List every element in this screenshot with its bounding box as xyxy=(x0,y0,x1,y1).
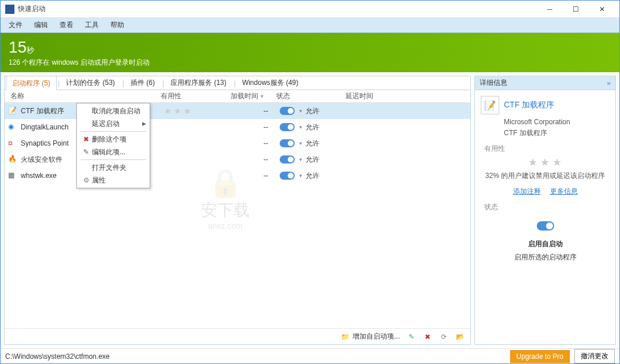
delete-icon: ✖ xyxy=(80,135,92,143)
refresh-icon[interactable]: ⟳ xyxy=(439,332,448,341)
header-name[interactable]: 名称 xyxy=(5,91,161,101)
add-startup-button[interactable]: 📁 增加自启动项... xyxy=(341,332,400,341)
list-header: 名称 有用性 加载时间▼ 状态 延迟时间 xyxy=(5,90,470,103)
expand-icon[interactable]: » xyxy=(607,79,611,87)
row-loadtime: -- xyxy=(222,172,280,180)
row-loadtime: -- xyxy=(222,107,280,115)
cm-edit[interactable]: ✎编辑此项... xyxy=(78,146,148,158)
link-more-info[interactable]: 更多信息 xyxy=(550,187,578,196)
tab-win-services[interactable]: Windows服务 (49) xyxy=(236,75,305,90)
undo-button[interactable]: 撤消更改 xyxy=(574,349,615,363)
dropdown-icon[interactable]: ▾ xyxy=(299,173,302,179)
banner-subtitle: 126 个程序在 windows 启动或用户登录时启动 xyxy=(9,58,611,68)
upgrade-button[interactable]: Upgrade to Pro xyxy=(510,350,570,363)
tab-plugins[interactable]: 插件 (6) xyxy=(124,75,161,90)
delete-icon[interactable]: ✖ xyxy=(423,332,432,341)
list-body: 📝 CTF 加载程序 ★ ★ ★ -- ▾ 允许 ◉ DingtalkLaunc… xyxy=(5,103,470,328)
tabs: 启动程序 (5)| 计划的任务 (53)| 插件 (6)| 应用程序服务 (13… xyxy=(5,76,470,90)
link-add-note[interactable]: 添加注释 xyxy=(513,187,541,196)
banner: 15秒 126 个程序在 windows 启动或用户登录时启动 xyxy=(1,33,619,72)
detail-toggle-switch[interactable] xyxy=(537,221,554,231)
list-row[interactable]: ▦ whstwk.exe -- ▾ 允许 xyxy=(5,168,470,184)
menu-help[interactable]: 帮助 xyxy=(105,18,130,32)
banner-number: 15 xyxy=(9,38,27,56)
row-stars: ★ ★ ★ xyxy=(164,106,222,116)
cm-cancel-autostart[interactable]: 取消此项自启动 xyxy=(78,105,148,117)
list-row[interactable]: ◉ DingtalkLaunch -- ▾ 允许 xyxy=(5,119,470,135)
rating-stars: ★ ★ ★ xyxy=(481,156,610,169)
maximize-button[interactable]: ☐ xyxy=(563,1,589,17)
cm-open-folder[interactable]: 打开文件夹 xyxy=(78,161,148,174)
context-menu: 取消此项自启动 延迟启动▶ ✖删除这个项 ✎编辑此项... 打开文件夹 ⚙属性 xyxy=(76,103,150,188)
app-icon xyxy=(5,5,14,14)
dropdown-icon[interactable]: ▾ xyxy=(299,124,302,130)
row-loadtime: -- xyxy=(222,123,280,131)
dropdown-icon[interactable]: ▾ xyxy=(299,108,302,114)
row-status: ▾ 允许 xyxy=(280,171,349,181)
row-icon: 📝 xyxy=(8,106,17,116)
row-icon: 🔥 xyxy=(8,155,17,164)
rating-text: 32% 的用户建议禁用或延迟该启动程序 xyxy=(481,171,610,181)
tab-scheduled[interactable]: 计划的任务 (53) xyxy=(60,75,121,90)
edit-icon[interactable]: ✎ xyxy=(407,332,416,341)
menu-view[interactable]: 查看 xyxy=(54,18,79,32)
details-panel-header: 详细信息 » xyxy=(475,76,615,90)
list-row[interactable]: ⧈ Synaptics Point -- ▾ 允许 xyxy=(5,135,470,151)
window-title: 快速启动 xyxy=(18,4,537,14)
details-title: 详细信息 xyxy=(480,78,607,88)
minimize-button[interactable]: ─ xyxy=(537,1,563,17)
detail-description: CTF 加载程序 xyxy=(504,128,610,138)
toggle-switch[interactable] xyxy=(280,155,295,164)
status-path: C:\Windows\system32\ctfmon.exe xyxy=(5,352,510,361)
statusbar: C:\Windows\system32\ctfmon.exe Upgrade t… xyxy=(1,348,619,363)
usability-label: 有用性 xyxy=(484,144,610,154)
header-usability[interactable]: 有用性 xyxy=(161,91,218,101)
toggle-switch[interactable] xyxy=(280,172,295,180)
open-folder-icon[interactable]: 📂 xyxy=(455,332,465,341)
row-loadtime: -- xyxy=(222,139,280,147)
dropdown-icon[interactable]: ▾ xyxy=(299,157,302,162)
menubar: 文件 编辑 查看 工具 帮助 xyxy=(1,18,619,33)
tab-startup[interactable]: 启动程序 (5) xyxy=(6,76,57,90)
status-label: 状态 xyxy=(484,202,610,212)
row-status: ▾ 允许 xyxy=(280,122,349,132)
list-footer: 📁 增加自启动项... ✎ ✖ ⟳ 📂 xyxy=(5,328,470,344)
toggle-switch[interactable] xyxy=(280,107,295,115)
row-status: ▾ 允许 xyxy=(280,106,349,116)
row-icon: ▦ xyxy=(8,171,17,180)
detail-app-icon: 📝 xyxy=(481,96,499,114)
edit-icon: ✎ xyxy=(80,148,92,156)
status-desc: 启用所选的启动程序 xyxy=(481,252,610,262)
cm-delete[interactable]: ✖删除这个项 xyxy=(78,133,148,146)
titlebar: 快速启动 ─ ☐ ✕ xyxy=(1,1,619,18)
list-row[interactable]: 📝 CTF 加载程序 ★ ★ ★ -- ▾ 允许 xyxy=(5,103,470,119)
row-icon: ⧈ xyxy=(8,139,17,148)
header-loadtime[interactable]: 加载时间▼ xyxy=(218,91,276,101)
row-loadtime: -- xyxy=(222,155,280,164)
menu-edit[interactable]: 编辑 xyxy=(28,18,54,32)
list-row[interactable]: 🔥 火绒安全软件 -- ▾ 允许 xyxy=(5,151,470,168)
header-status[interactable]: 状态 xyxy=(276,91,346,101)
menu-tools[interactable]: 工具 xyxy=(79,18,105,32)
row-icon: ◉ xyxy=(8,122,17,132)
dropdown-icon[interactable]: ▾ xyxy=(299,140,302,146)
toggle-switch[interactable] xyxy=(280,123,295,131)
close-button[interactable]: ✕ xyxy=(589,1,615,17)
menu-file[interactable]: 文件 xyxy=(3,18,28,32)
cm-delay-start[interactable]: 延迟启动▶ xyxy=(78,117,148,130)
folder-add-icon: 📁 xyxy=(341,332,350,341)
gear-icon: ⚙ xyxy=(80,176,92,184)
header-delay[interactable]: 延迟时间 xyxy=(346,91,403,101)
banner-unit: 秒 xyxy=(27,46,34,54)
detail-company: Microsoft Corporation xyxy=(504,118,610,126)
row-status: ▾ 允许 xyxy=(280,139,349,148)
detail-name: CTF 加载程序 xyxy=(504,100,554,110)
status-title: 启用自启动 xyxy=(481,239,610,249)
row-status: ▾ 允许 xyxy=(280,155,349,165)
toggle-switch[interactable] xyxy=(280,139,295,147)
cm-properties[interactable]: ⚙属性 xyxy=(78,174,148,187)
tab-app-services[interactable]: 应用程序服务 (13) xyxy=(164,75,233,90)
